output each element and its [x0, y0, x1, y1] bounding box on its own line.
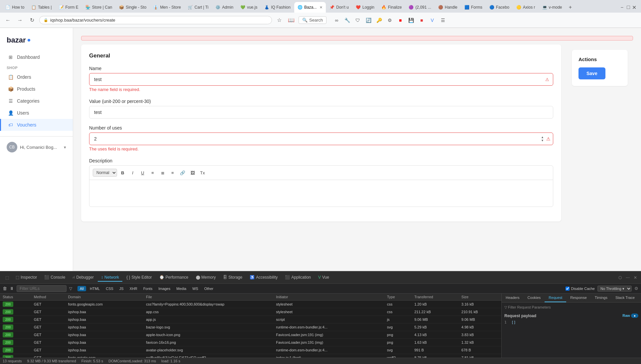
user-menu-icon[interactable]: ▾	[64, 145, 66, 150]
save-page-button[interactable]: 💾	[406, 16, 416, 25]
tab-style-editor[interactable]: { } Style Editor	[123, 274, 155, 282]
devtools-close-button[interactable]: ✕	[632, 274, 638, 281]
link-button[interactable]: 🔗	[178, 168, 187, 177]
tab-men[interactable]: 👔 Men - Store	[150, 2, 184, 13]
tab-memory[interactable]: ⬤ Memory	[192, 274, 219, 282]
tab-facebook[interactable]: 🔵 Facebo	[486, 2, 513, 13]
tab-2091[interactable]: 🟣 (2,091 ...	[405, 2, 434, 13]
filter-js[interactable]: JS	[117, 286, 126, 291]
table-row[interactable]: 200 GET iqshop.baa bazar-logo.svg runtim…	[0, 323, 501, 331]
tab-console[interactable]: ⬛ Console	[41, 274, 68, 282]
filter-other[interactable]: Other	[202, 286, 216, 291]
tab-single[interactable]: 📦 Single - Sto	[116, 2, 150, 13]
ext1[interactable]: 🔑	[374, 16, 384, 25]
extensions-button[interactable]: ∞	[332, 16, 341, 25]
tab-store-can[interactable]: 🏪 Store | Can	[82, 2, 115, 13]
sidebar-item-users[interactable]: 👤 Users	[0, 107, 73, 119]
table-row[interactable]: 200 GET fonts.googleapis.com css?family=…	[0, 301, 501, 308]
settings-button[interactable]: ⚙	[385, 16, 394, 25]
tab-performance[interactable]: ⌚ Performance	[156, 274, 192, 282]
name-input[interactable]	[89, 73, 553, 86]
new-tab-button[interactable]: +	[566, 3, 575, 12]
sidebar-item-dashboard[interactable]: ⊞ Dashboard	[0, 51, 73, 63]
reader-view-button[interactable]: 📖	[287, 16, 296, 25]
devtools-popout-button[interactable]: ⬡	[617, 274, 623, 281]
tab-finalize[interactable]: 🔥 Finalize	[378, 2, 405, 13]
request-tab-request[interactable]: Request	[545, 294, 566, 302]
tab-dont[interactable]: 📌 Don't u	[326, 2, 352, 13]
tab-loggin[interactable]: ❤️ Loggin	[352, 2, 378, 13]
format-select[interactable]: Normal	[93, 169, 117, 177]
tab-handle[interactable]: 🟤 Handle	[435, 2, 461, 13]
search-bar[interactable]: 🔍 Search	[299, 16, 326, 24]
filter-images[interactable]: Images	[156, 286, 173, 291]
filter-options-icon[interactable]: ▽	[69, 286, 72, 291]
raw-button[interactable]: Raw ●	[622, 314, 638, 318]
tab-vue[interactable]: 💚 vue.js	[237, 2, 261, 13]
shield-button[interactable]: 🛡	[353, 16, 362, 25]
forward-button[interactable]: →	[15, 16, 25, 25]
menu-button[interactable]: ☰	[438, 16, 448, 25]
request-tab-response[interactable]: Response	[566, 294, 591, 302]
filter-html[interactable]: HTML	[87, 286, 102, 291]
throttle-select[interactable]: No Throttling ▾	[597, 286, 632, 292]
tab-admin[interactable]: ⚙️ Admin	[212, 2, 237, 13]
sync-button[interactable]: 🔄	[364, 16, 373, 25]
spin-down-button[interactable]: ▼	[541, 139, 544, 142]
italic-button[interactable]: I	[128, 168, 137, 177]
request-tab-headers[interactable]: Headers	[502, 294, 524, 302]
network-settings-icon[interactable]: ⚙	[634, 286, 638, 291]
tab-debugger[interactable]: ⑁ Debugger	[69, 274, 97, 282]
ext4[interactable]: V	[428, 16, 437, 25]
clear-button[interactable]: Tx	[198, 168, 207, 177]
tab-network[interactable]: ↕ Network	[98, 274, 122, 282]
maximize-button[interactable]: □	[627, 4, 630, 10]
ol-button[interactable]: ≣	[158, 168, 167, 177]
reload-button[interactable]: ↻	[27, 16, 37, 25]
request-tab-timings[interactable]: Timings	[591, 294, 611, 302]
filter-xhr[interactable]: XHR	[127, 286, 140, 291]
save-button[interactable]: Save	[578, 67, 605, 79]
url-bar[interactable]: 🔒 iqshop.baa/bazar/vouchers/create	[39, 16, 272, 24]
ext2[interactable]: ■	[396, 16, 405, 25]
tab-forms[interactable]: 🟦 Forms	[461, 2, 486, 13]
tab-accessibility[interactable]: ♿ Accessibility	[246, 274, 281, 282]
ul-button[interactable]: ≡	[148, 168, 157, 177]
underline-button[interactable]: U	[138, 168, 147, 177]
tab-inspector[interactable]: ⬚ Inspector	[12, 274, 40, 282]
tab-storage[interactable]: 🗄 Storage	[220, 274, 246, 282]
clear-network-button[interactable]: 🗑	[3, 286, 7, 291]
tab-bazar[interactable]: 🌐 Baza... ✕	[294, 2, 326, 13]
filter-all[interactable]: All	[77, 286, 86, 291]
table-row[interactable]: 200 GET iqshop.baa favicon-16x16.png Fav…	[0, 339, 501, 346]
dev-tools-button[interactable]: 🔧	[342, 16, 352, 25]
back-button[interactable]: ←	[3, 16, 13, 25]
minimize-button[interactable]: －	[619, 4, 625, 11]
sidebar-item-orders[interactable]: 📋 Orders	[0, 71, 73, 83]
tab-how-to[interactable]: 📄 How to	[2, 2, 28, 13]
tab-form[interactable]: 📝 Form E	[56, 2, 82, 13]
uses-input[interactable]	[89, 133, 553, 145]
spin-up-button[interactable]: ▲	[541, 136, 544, 139]
filter-css[interactable]: CSS	[103, 286, 116, 291]
tab-vmode[interactable]: 💻 v-mode	[539, 2, 566, 13]
devtools-more-button[interactable]: ⋯	[624, 274, 631, 281]
table-row[interactable]: 200 GET iqshop.baa app.js script js 9.06…	[0, 316, 501, 323]
editor-area[interactable]	[89, 180, 553, 207]
table-row[interactable]: 200 GET iqshop.baa app.css stylesheet cs…	[0, 308, 501, 316]
table-row[interactable]: 200 GET iqshop.baa avatar-placeholder.sv…	[0, 346, 501, 354]
close-button[interactable]: ✕	[632, 4, 636, 11]
filter-urls-input[interactable]	[17, 285, 66, 292]
image-button[interactable]: 🖼	[188, 168, 197, 177]
request-tab-cookies[interactable]: Cookies	[524, 294, 545, 302]
sidebar-item-vouchers[interactable]: 🏷 Vouchers	[0, 119, 73, 131]
value-input[interactable]	[89, 106, 553, 119]
bold-button[interactable]: B	[118, 168, 127, 177]
devtools-menu-icon[interactable]: ⬚	[3, 274, 12, 281]
tab-tables[interactable]: 📋 Tables |	[28, 2, 55, 13]
sidebar-item-products[interactable]: 📦 Products	[0, 83, 73, 95]
sidebar-item-categories[interactable]: ☰ Categories	[0, 95, 73, 107]
request-tab-stack-trace[interactable]: Stack Trace	[611, 294, 639, 302]
tab-cart[interactable]: 🛒 Cart | Ti	[185, 2, 212, 13]
bookmark-button[interactable]: ☆	[275, 16, 284, 25]
